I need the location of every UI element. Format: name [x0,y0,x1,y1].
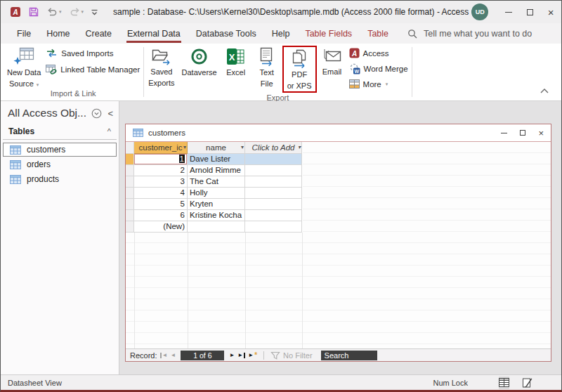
cell-customer-id[interactable]: 4 [134,188,188,199]
cell-empty[interactable] [245,165,302,176]
row-selector[interactable] [126,176,134,188]
group-divider [412,47,412,97]
table-row[interactable]: 4 Holly [126,188,303,199]
tell-me-search[interactable]: Tell me what you want to do [407,23,532,44]
save-button[interactable] [26,5,41,19]
undo-button[interactable]: ▾ [44,6,64,18]
next-record-button[interactable]: ► [229,353,235,358]
collapse-group-icon[interactable]: ^ [107,127,111,136]
tab-external-data[interactable]: External Data [119,23,188,44]
dataverse-button[interactable]: Dataverse [178,45,221,77]
sidebar-item-orders[interactable]: orders [3,157,117,171]
tables-group-header[interactable]: Tables ^ [3,124,117,140]
column-dropdown-icon[interactable]: ▾ [241,144,244,150]
nav-pane-menu-icon[interactable] [91,108,102,119]
word-merge-button[interactable]: W Word Merge [349,63,408,74]
more-button[interactable]: More ▾ [349,78,408,90]
column-dropdown-icon[interactable]: ▾ [298,144,301,150]
tab-help[interactable]: Help [264,23,298,44]
text-file-button[interactable]: Text File [251,45,282,89]
cell-empty[interactable] [188,221,245,233]
select-all-cell[interactable] [126,142,134,154]
cell-name[interactable]: Arnold Rimme [188,165,245,176]
last-record-button[interactable]: ► [237,353,245,358]
close-button[interactable]: × [540,2,561,22]
status-bar: Datasheet View Num Lock [1,374,561,390]
record-position-box[interactable]: 1 of 6 [181,351,224,360]
new-record-row[interactable]: (New) [126,221,303,233]
cell-empty[interactable] [245,199,302,210]
row-selector[interactable] [126,199,134,210]
new-record-button[interactable]: ►* [248,352,257,359]
cell-customer-id[interactable]: 2 [134,165,188,176]
previous-record-button[interactable]: ◄ [170,353,176,358]
row-selector[interactable] [126,221,134,233]
tab-database-tools[interactable]: Database Tools [188,23,264,44]
cell-name[interactable]: Dave Lister [188,154,245,165]
table-row[interactable]: 6 Kristine Kocha [126,210,303,221]
column-header-name[interactable]: name▾ [188,142,245,154]
design-view-button[interactable] [519,377,536,389]
redo-button[interactable]: ▾ [67,6,86,18]
column-header-click-to-add[interactable]: Click to Add▾ [245,142,302,154]
cell-empty[interactable] [245,221,302,233]
customize-quick-access-toolbar-button[interactable] [89,7,100,18]
cell-customer-id[interactable]: 1 [134,154,188,165]
datasheet-view-button[interactable] [499,377,509,389]
window-close-button[interactable]: × [538,129,544,138]
table-row[interactable]: 2 Arnold Rimme [126,165,303,176]
window-minimize-button[interactable] [501,133,507,133]
tab-create[interactable]: Create [78,23,120,44]
tab-table-fields[interactable]: Table Fields [297,23,360,44]
sidebar-item-products[interactable]: products [3,172,117,186]
redo-dropdown-icon[interactable]: ▾ [81,9,84,15]
row-selector[interactable] [126,188,134,199]
cell-empty[interactable] [245,154,302,165]
tab-table[interactable]: Table [360,23,396,44]
table-window-title-bar[interactable]: customers × [126,124,551,142]
excel-button[interactable]: X Excel [221,45,251,77]
record-search-input[interactable]: Search [321,351,377,360]
pdf-or-xps-button[interactable]: PDF or XPS [284,47,315,91]
pdf-xps-highlight-box: PDF or XPS [282,46,317,93]
row-selector[interactable] [126,165,134,176]
row-selector[interactable] [126,154,134,165]
cell-name[interactable]: The Cat [188,176,245,188]
saved-imports-button[interactable]: Saved Imports [46,47,140,59]
column-dropdown-icon[interactable]: ▾ [183,144,186,150]
table-row[interactable]: 5 Kryten [126,199,303,210]
cell-name[interactable]: Holly [188,188,245,199]
cell-empty[interactable] [245,188,302,199]
saved-exports-button[interactable]: Saved Exports [145,45,178,88]
new-record-star-icon: * [254,352,257,359]
maximize-button[interactable] [519,2,540,22]
sidebar-item-customers[interactable]: customers [3,143,117,157]
window-maximize-button[interactable] [520,130,525,136]
cell-empty[interactable] [245,176,302,188]
shutter-bar-close-button[interactable]: < [107,108,113,119]
linked-table-manager-button[interactable]: Linked Table Manager [46,63,140,75]
cell-empty[interactable] [245,210,302,221]
collapse-ribbon-button[interactable] [540,84,549,96]
cell-name[interactable]: Kristine Kocha [188,210,245,221]
user-avatar[interactable]: UD [471,4,488,20]
row-selector[interactable] [126,210,134,221]
undo-dropdown-icon[interactable]: ▾ [59,9,62,15]
cell-customer-id[interactable]: 6 [134,210,188,221]
cell-name[interactable]: Kryten [188,199,245,210]
record-label: Record: [130,351,157,360]
cell-new-record[interactable]: (New) [134,221,188,233]
first-record-button[interactable]: ◄ [160,353,168,358]
column-header-customer-id[interactable]: customer_ic▾ [134,142,188,154]
new-data-source-button[interactable]: New Data Source ▾ [4,45,44,89]
table-row[interactable]: 1 Dave Lister [126,154,303,165]
cell-customer-id[interactable]: 5 [134,199,188,210]
table-row[interactable]: 3 The Cat [126,176,303,188]
no-filter-button[interactable]: No Filter [270,351,313,360]
export-access-button[interactable]: A Access [349,47,408,59]
tab-file[interactable]: File [9,23,39,44]
email-button[interactable]: Email [317,45,348,77]
cell-customer-id[interactable]: 3 [134,176,188,188]
tab-home[interactable]: Home [39,23,77,44]
minimize-button[interactable] [498,2,519,22]
